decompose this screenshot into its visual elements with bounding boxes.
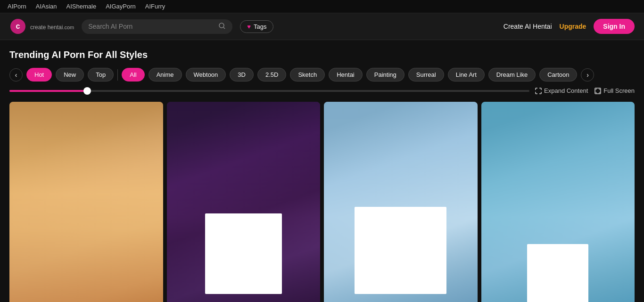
expand-content-button[interactable]: Expand Content [535,87,588,94]
filter-tab-dream-like[interactable]: Dream Like [488,68,536,82]
filter-prev-button[interactable]: ‹ [9,68,23,82]
top-nav: AIPorn AIAsian AIShemale AIGayPorn AIFur… [0,0,644,13]
topnav-item-aiporn[interactable]: AIPorn [8,3,26,10]
filter-tab-top[interactable]: Top [88,68,114,82]
create-ai-hentai-link[interactable]: Create AI Hentai [504,23,552,30]
svg-line-3 [223,27,225,29]
tags-button[interactable]: ♥ Tags [240,20,273,33]
heart-icon: ♥ [247,23,251,30]
fullscreen-icon [594,88,601,94]
filter-tab-surreal[interactable]: Surreal [408,68,444,82]
filter-bar: ‹ Hot New Top All Anime Webtoon 3D 2.5D … [9,68,635,82]
image-card-4[interactable] [481,102,635,302]
slider-fill [9,90,87,92]
svg-text:c: c [16,22,20,30]
censor-block-4 [527,244,588,302]
main-content: Trending AI Porn For All Styles ‹ Hot Ne… [0,40,644,302]
upgrade-link[interactable]: Upgrade [560,23,586,30]
fullscreen-button[interactable]: Full Screen [594,87,635,94]
topnav-item-aifurry[interactable]: AIFurry [145,3,165,10]
logo[interactable]: c create hentai.com [9,18,74,35]
signin-button[interactable]: Sign In [594,19,635,34]
filter-tab-hentai[interactable]: Hentai [329,68,363,82]
search-bar [82,19,232,34]
filter-divider [117,69,118,81]
content-slider-track [9,90,529,92]
section-title: Trending AI Porn For All Styles [9,49,635,60]
topnav-item-aiasian[interactable]: AIAsian [36,3,57,10]
filter-tab-3d[interactable]: 3D [230,68,254,82]
image-card-2[interactable]: Create AI Hentai [167,102,321,302]
filter-tab-all[interactable]: All [122,68,144,82]
filter-tab-line-art[interactable]: Line Art [448,68,485,82]
censor-block-2 [205,213,282,294]
header: c create hentai.com ♥ Tags Create AI Hen… [0,13,644,40]
filter-tab-hot[interactable]: Hot [26,68,52,82]
filter-next-button[interactable]: › [581,68,594,82]
slider-controls: Expand Content Full Screen [9,87,635,94]
filter-tab-sketch[interactable]: Sketch [290,68,325,82]
filter-tab-2-5d[interactable]: 2.5D [257,68,286,82]
search-icon [218,22,226,30]
filter-tab-new[interactable]: New [56,68,84,82]
view-controls: Expand Content Full Screen [535,87,635,94]
filter-tab-cartoon[interactable]: Cartoon [539,68,577,82]
expand-icon [535,88,542,94]
logo-icon: c [9,18,26,35]
censor-block-3 [355,207,446,294]
topnav-item-aishemale[interactable]: AIShemale [66,3,97,10]
search-submit-button[interactable] [218,22,226,31]
filter-tab-webtoon[interactable]: Webtoon [186,68,226,82]
image-card-1[interactable] [9,102,163,302]
filter-tab-anime[interactable]: Anime [149,68,182,82]
filter-tab-painting[interactable]: Painting [366,68,405,82]
svg-point-2 [219,23,224,28]
slider-thumb[interactable] [83,87,91,95]
image-card-3[interactable]: Upgrade [324,102,478,302]
topnav-item-aigayporn[interactable]: AIGayPorn [106,3,136,10]
svg-rect-4 [595,88,601,94]
header-actions: Create AI Hentai Upgrade Sign In [504,19,635,34]
logo-text: create hentai.com [30,22,74,32]
image-grid: Create AI Hentai Upgrade [9,102,635,302]
search-input[interactable] [88,23,215,30]
